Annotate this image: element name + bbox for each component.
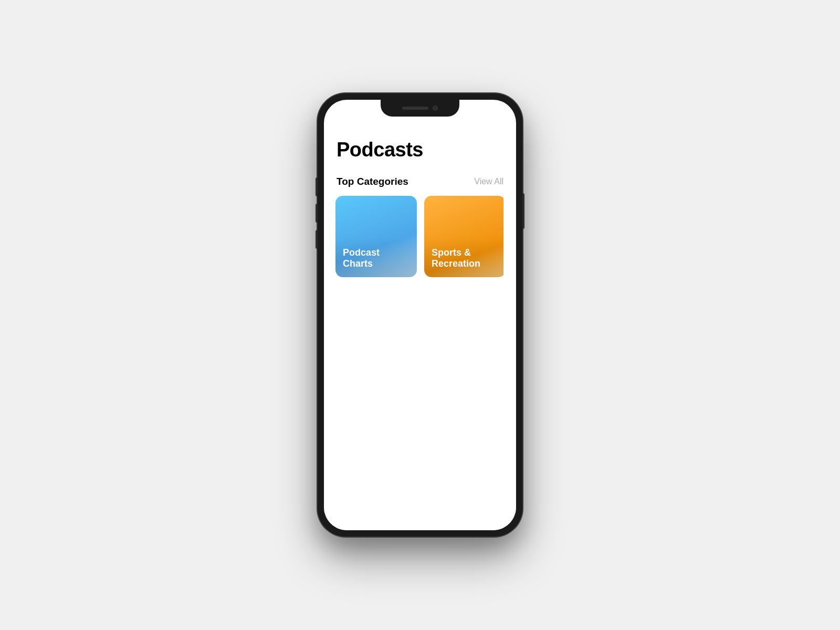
phone-frame: Podcasts Top Categories View All Podcast… [318,93,522,537]
view-all-button[interactable]: View All [474,177,503,186]
phone-screen: Podcasts Top Categories View All Podcast… [324,100,516,530]
camera-icon [433,106,438,111]
phone-notch [381,100,459,117]
screen-content: Podcasts Top Categories View All Podcast… [324,126,516,530]
section-title: Top Categories [337,176,408,187]
page-title: Podcasts [337,139,503,161]
section-header: Top Categories View All [337,176,503,187]
category-label-sports-recreation: Sports & Recreation [432,247,498,270]
phone-device: Podcasts Top Categories View All Podcast… [318,93,522,537]
category-label-podcast-charts: Podcast Charts [343,247,410,270]
categories-row: Podcast Charts Sports & Recreation Life … [335,196,503,277]
category-card-podcast-charts[interactable]: Podcast Charts [335,196,417,277]
category-card-sports-recreation[interactable]: Sports & Recreation [424,196,503,277]
speaker-icon [402,107,428,110]
